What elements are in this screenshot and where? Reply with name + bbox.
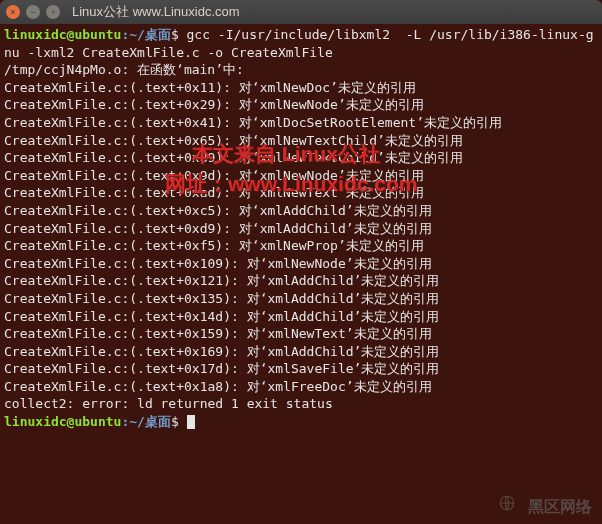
terminal-output-line: CreateXmlFile.c:(.text+0x65): 对‘xmlNewTe… <box>4 132 598 150</box>
terminal-output-line: CreateXmlFile.c:(.text+0x109): 对‘xmlNewN… <box>4 255 598 273</box>
terminal-cursor <box>187 415 195 429</box>
terminal-output: /tmp/ccjN4pMo.o: 在函数‘main’中:CreateXmlFil… <box>4 61 598 413</box>
terminal-output-line: CreateXmlFile.c:(.text+0xad): 对‘xmlNewTe… <box>4 184 598 202</box>
prompt-sigil-2: $ <box>171 414 179 429</box>
terminal-output-line: collect2: error: ld returned 1 exit stat… <box>4 395 598 413</box>
terminal-output-line: CreateXmlFile.c:(.text+0x11): 对‘xmlNewDo… <box>4 79 598 97</box>
terminal-output-line: CreateXmlFile.c:(.text+0x29): 对‘xmlNewNo… <box>4 96 598 114</box>
terminal-output-line: CreateXmlFile.c:(.text+0xd9): 对‘xmlAddCh… <box>4 220 598 238</box>
terminal-output-line: CreateXmlFile.c:(.text+0x159): 对‘xmlNewT… <box>4 325 598 343</box>
window-maximize-button[interactable]: ▫ <box>46 5 60 19</box>
terminal-output-line: CreateXmlFile.c:(.text+0x14d): 对‘xmlAddC… <box>4 308 598 326</box>
svg-point-0 <box>500 496 514 510</box>
prompt-sigil: $ <box>171 27 179 42</box>
terminal-output-line: CreateXmlFile.c:(.text+0x135): 对‘xmlAddC… <box>4 290 598 308</box>
terminal-output-line: CreateXmlFile.c:(.text+0x1a8): 对‘xmlFree… <box>4 378 598 396</box>
bottom-watermark: 黑区网络 <box>528 497 592 518</box>
prompt-user-host: linuxidc@ubuntu <box>4 27 121 42</box>
terminal-output-line: CreateXmlFile.c:(.text+0x169): 对‘xmlAddC… <box>4 343 598 361</box>
terminal-output-line: CreateXmlFile.c:(.text+0xc5): 对‘xmlAddCh… <box>4 202 598 220</box>
terminal-output-line: CreateXmlFile.c:(.text+0xf5): 对‘xmlNewPr… <box>4 237 598 255</box>
window-title: Linux公社 www.Linuxidc.com <box>72 3 240 21</box>
terminal-area[interactable]: linuxidc@ubuntu:~/桌面$ gcc -I/usr/include… <box>0 24 602 433</box>
terminal-output-line: CreateXmlFile.c:(.text+0x89): 对‘xmlNewTe… <box>4 149 598 167</box>
prompt-path-2: ~/桌面 <box>129 414 171 429</box>
terminal-output-line: CreateXmlFile.c:(.text+0x121): 对‘xmlAddC… <box>4 272 598 290</box>
terminal-output-line: CreateXmlFile.c:(.text+0x9d): 对‘xmlNewNo… <box>4 167 598 185</box>
terminal-output-line: CreateXmlFile.c:(.text+0x41): 对‘xmlDocSe… <box>4 114 598 132</box>
window-titlebar: × − ▫ Linux公社 www.Linuxidc.com <box>0 0 602 24</box>
terminal-output-line: CreateXmlFile.c:(.text+0x17d): 对‘xmlSave… <box>4 360 598 378</box>
terminal-output-line: /tmp/ccjN4pMo.o: 在函数‘main’中: <box>4 61 598 79</box>
prompt-user-host-2: linuxidc@ubuntu <box>4 414 121 429</box>
globe-icon <box>498 494 516 512</box>
window-minimize-button[interactable]: − <box>26 5 40 19</box>
prompt-path: ~/桌面 <box>129 27 171 42</box>
window-close-button[interactable]: × <box>6 5 20 19</box>
